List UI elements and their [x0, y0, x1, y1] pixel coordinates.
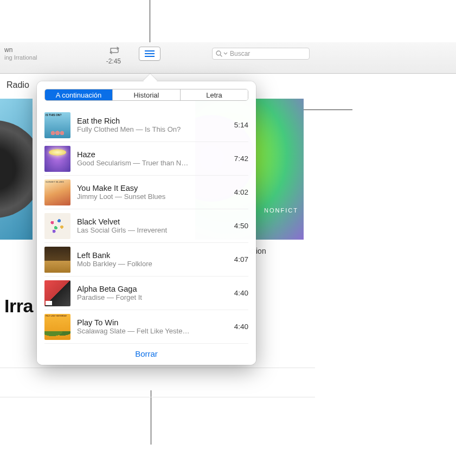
- callout-line-bottom: [151, 390, 151, 445]
- repeat-icon[interactable]: [109, 47, 120, 54]
- track-duration: 4:07: [234, 255, 248, 263]
- track-title: Black Velvet: [77, 217, 229, 226]
- track-info: Play To WinScalawag Slate — Felt Like Ye…: [77, 318, 229, 335]
- tab-historial[interactable]: Historial: [113, 89, 181, 100]
- chevron-down-icon: [223, 52, 228, 56]
- track-row[interactable]: Black VelvetLas Social Girls — Irreveren…: [44, 209, 248, 243]
- now-playing-info: wn ing Irrational: [4, 46, 37, 61]
- track-title: Eat the Rich: [77, 117, 229, 125]
- track-info: Left BankMob Barkley — Folklore: [77, 251, 229, 268]
- track-subtitle: Paradise — Forget It: [77, 293, 229, 301]
- now-playing-subtitle: ing Irrational: [4, 54, 37, 61]
- track-info: You Make It EasyJimmy Loot — Sunset Blue…: [77, 184, 229, 201]
- track-info: HazeGood Secularism — Truer than N…: [77, 150, 229, 167]
- track-subtitle: Mob Barkley — Folklore: [77, 260, 229, 268]
- track-row[interactable]: Left BankMob Barkley — Folklore4:07: [44, 243, 248, 276]
- search-placeholder: Buscar: [230, 50, 250, 57]
- track-row[interactable]: Play To WinScalawag Slate — Felt Like Ye…: [44, 310, 248, 344]
- album-art: [44, 146, 70, 172]
- track-list: Eat the RichFully Clothed Men — Is This …: [44, 108, 248, 344]
- track-duration: 5:14: [234, 121, 248, 129]
- search-field[interactable]: Buscar: [212, 48, 310, 60]
- album-art: [44, 213, 70, 239]
- album-overlay-text: NONFICT: [264, 207, 298, 214]
- album-art: [44, 280, 70, 306]
- track-title: Play To Win: [77, 318, 229, 327]
- track-title: Alpha Beta Gaga: [77, 285, 229, 293]
- up-next-button[interactable]: [139, 47, 160, 61]
- tab-a-continuación[interactable]: A continuación: [45, 89, 113, 100]
- album-art: [44, 247, 70, 273]
- track-info: Black VelvetLas Social Girls — Irreveren…: [77, 217, 229, 234]
- track-row[interactable]: Alpha Beta GagaParadise — Forget It4:40: [44, 276, 248, 310]
- track-duration: 7:42: [234, 155, 248, 163]
- track-row[interactable]: You Make It EasyJimmy Loot — Sunset Blue…: [44, 176, 248, 209]
- track-subtitle: Las Social Girls — Irreverent: [77, 226, 229, 234]
- track-subtitle: Good Secularism — Truer than N…: [77, 159, 229, 167]
- track-duration: 4:02: [234, 188, 248, 196]
- page-heading: Irra: [4, 295, 33, 317]
- svg-rect-2: [145, 56, 155, 57]
- callout-line-top: [150, 0, 150, 42]
- up-next-popover: A continuaciónHistorialLetra Eat the Ric…: [37, 81, 256, 365]
- track-subtitle: Scalawag Slate — Felt Like Yeste…: [77, 327, 229, 335]
- track-duration: 4:50: [234, 222, 248, 230]
- divider: [0, 397, 315, 397]
- clear-button[interactable]: Borrar: [44, 344, 248, 359]
- time-remaining: -2:45: [106, 57, 121, 65]
- track-subtitle: Fully Clothed Men — Is This On?: [77, 125, 229, 133]
- track-duration: 4:40: [234, 289, 248, 297]
- track-duration: 4:40: [234, 323, 248, 331]
- track-title: You Make It Easy: [77, 184, 229, 192]
- track-row[interactable]: Eat the RichFully Clothed Men — Is This …: [44, 108, 248, 142]
- svg-rect-1: [145, 53, 155, 54]
- track-subtitle: Jimmy Loot — Sunset Blues: [77, 192, 229, 201]
- album-card[interactable]: [0, 99, 33, 240]
- svg-line-4: [220, 55, 222, 56]
- album-art: [44, 112, 70, 138]
- track-info: Eat the RichFully Clothed Men — Is This …: [77, 117, 229, 133]
- track-title: Haze: [77, 150, 229, 159]
- popover-tabs: A continuaciónHistorialLetra: [44, 89, 248, 101]
- search-icon: [216, 50, 222, 57]
- album-art: [44, 179, 70, 205]
- now-playing-title: wn: [4, 46, 37, 54]
- track-info: Alpha Beta GagaParadise — Forget It: [77, 285, 229, 301]
- tab-letra[interactable]: Letra: [181, 89, 248, 100]
- section-label: Radio: [7, 80, 29, 90]
- album-art: [44, 314, 70, 340]
- track-row[interactable]: HazeGood Secularism — Truer than N…7:42: [44, 142, 248, 176]
- divider: [0, 368, 315, 368]
- svg-rect-0: [145, 50, 155, 52]
- track-title: Left Bank: [77, 251, 229, 260]
